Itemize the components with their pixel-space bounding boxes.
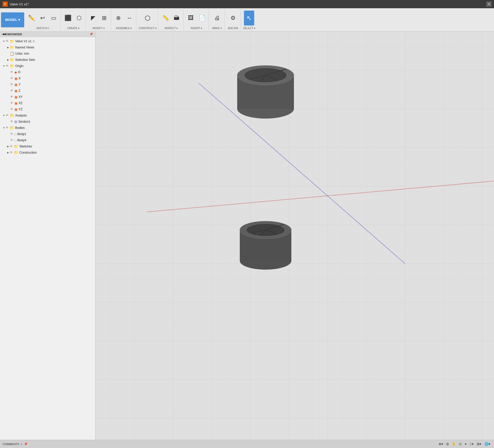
sketch-create-btn[interactable]: ✏️ — [26, 11, 37, 26]
bodies-eye-icon[interactable]: 👁 — [6, 126, 9, 130]
root-settings-icon[interactable]: ⚙ — [32, 40, 35, 43]
root-expand[interactable]: ▼ — [2, 39, 6, 43]
comments-pin-icon[interactable]: 📌 — [24, 442, 28, 446]
analysis-eye-icon[interactable]: 👁 — [6, 114, 9, 117]
body4-eye[interactable]: 👁 — [10, 138, 14, 142]
selection-sets-expand[interactable]: ▶ — [6, 58, 10, 62]
body1-eye[interactable]: 👁 — [10, 132, 14, 136]
inspect-display-btn[interactable]: 🏔 — [171, 11, 182, 26]
sketch-undo-btn[interactable]: ↩ — [37, 11, 48, 26]
env-btn[interactable]: 🌐▾ — [483, 442, 491, 446]
close-button[interactable]: ✕ — [486, 2, 491, 7]
copy-view-btn[interactable]: ⧉ — [445, 442, 450, 447]
combine-icon: ⊞ — [102, 15, 106, 21]
inspect-measure-btn[interactable]: 📏 — [160, 11, 171, 26]
browser-collapse-icon[interactable]: ◀◀ — [2, 32, 6, 36]
named-views-expand[interactable]: ▶ — [6, 46, 10, 49]
zoom-fit-btn[interactable]: ⊙ — [458, 442, 463, 446]
viewport-svg — [95, 31, 494, 440]
construction-folder-icon: 📁 — [14, 151, 18, 155]
construction-eye-icon[interactable]: 👁 — [10, 151, 13, 154]
comments-add-icon[interactable]: + — [21, 443, 22, 446]
bodies-item[interactable]: ▼ 👁 📁 Bodies — [0, 125, 95, 131]
section1-eye[interactable]: 👁 — [10, 120, 14, 123]
model-arrow: ▾ — [18, 18, 20, 22]
origin-xy-eye[interactable]: 👁 — [10, 95, 14, 99]
origin-o-label: O — [18, 70, 20, 74]
origin-yz-item[interactable]: 👁 ▣ YZ — [0, 106, 95, 112]
section1-icon: ⊞ — [14, 120, 17, 124]
analysis-expand[interactable]: ▼ — [2, 114, 6, 117]
origin-o-eye[interactable]: 👁 — [10, 70, 14, 74]
tree-root[interactable]: ▼ 👁 📁 Valve V1 v1 ⚙ — [0, 38, 95, 44]
body4-item[interactable]: 👁 □ Body4 — [0, 137, 95, 143]
origin-y-item[interactable]: 👁 ▣ Y — [0, 81, 95, 88]
sketches-eye-icon[interactable]: 👁 — [10, 145, 13, 148]
modify-combine-btn[interactable]: ⊞ — [99, 11, 109, 26]
create-box-btn[interactable]: ⬛ — [63, 11, 73, 26]
browser-pin-icon[interactable]: 📌 — [89, 32, 93, 36]
pan-btn[interactable]: ✋ — [451, 442, 457, 446]
toolbar-group-select: ↖ SELECT ▾ — [241, 9, 257, 30]
construction-item[interactable]: ▶ 👁 📁 Construction — [0, 150, 95, 156]
origin-xz-item[interactable]: 👁 ▣ XZ — [0, 100, 95, 106]
origin-xy-item[interactable]: 👁 ▣ XY — [0, 94, 95, 100]
body1-item[interactable]: 👁 □ Body1 — [0, 131, 95, 137]
named-views-item[interactable]: ▶ 📁 Named Views — [0, 44, 95, 51]
insert-image-btn[interactable]: 🖼 — [186, 11, 196, 26]
units-item[interactable]: 📋 Units: mm — [0, 51, 95, 57]
modify-group-label: MODIFY ▾ — [93, 27, 104, 30]
origin-eye-icon[interactable]: 👁 — [6, 64, 9, 68]
sketches-expand[interactable]: ▶ — [6, 145, 10, 148]
named-views-label: Named Views — [15, 46, 34, 49]
viewport[interactable] — [95, 31, 494, 440]
origin-z-item[interactable]: 👁 ▣ Z — [0, 88, 95, 94]
construct-group-label: CONSTRUCT ▾ — [138, 27, 157, 30]
assemble-group-label: ASSEMBLE ▾ — [116, 27, 132, 30]
make-3dprint-btn[interactable]: 🖨 — [212, 11, 222, 26]
body1-icon: □ — [14, 132, 17, 136]
construction-expand[interactable]: ▶ — [6, 151, 10, 154]
main-area: ◀◀ BROWSER 📌 ▼ 👁 📁 Valve V1 v1 ⚙ ▶ 📁 Nam… — [0, 31, 494, 440]
zoom-menu-btn[interactable]: ▾ — [464, 442, 468, 446]
fillet-icon: ◤ — [91, 15, 95, 21]
origin-o-item[interactable]: 👁 ◆ O — [0, 69, 95, 75]
selection-sets-label: Selection Sets — [15, 58, 35, 62]
origin-xz-eye[interactable]: 👁 — [10, 101, 14, 105]
origin-item[interactable]: ▼ 👁 📁 Origin — [0, 63, 95, 69]
origin-y-eye[interactable]: 👁 — [10, 83, 14, 86]
assemble-joint-btn[interactable]: ⊕ — [113, 11, 124, 26]
origin-x-label: X — [19, 77, 21, 80]
origin-x-item[interactable]: 👁 ▣ X — [0, 75, 95, 81]
origin-x-eye[interactable]: 👁 — [10, 77, 14, 80]
comments-section: COMMENTS + 📌 — [3, 442, 28, 446]
inspect-group-label: INSPECT ▾ — [164, 27, 178, 30]
insert-canvas-btn[interactable]: 📄 — [197, 11, 207, 26]
sketches-item[interactable]: ▶ 👁 📁 Sketches — [0, 143, 95, 150]
body4-icon: □ — [14, 138, 17, 142]
selection-sets-item[interactable]: ▶ 📁 Selection Sets — [0, 57, 95, 63]
sketch-rect-btn[interactable]: ▭ — [48, 11, 59, 26]
grid-btn[interactable]: ⊞▾ — [476, 442, 482, 446]
bodies-expand[interactable]: ▼ — [2, 126, 6, 130]
modify-fillet-btn[interactable]: ◤ — [88, 11, 98, 26]
toolbar-group-modify: ◤ ⊞ MODIFY ▾ — [86, 9, 111, 30]
select-btn[interactable]: ↖ — [244, 11, 254, 26]
assemble-move-btn[interactable]: ↔ — [124, 11, 135, 26]
browser-header: ◀◀ BROWSER 📌 — [0, 31, 95, 37]
addins-btn[interactable]: ⚙ — [228, 11, 238, 26]
construct-plane-btn[interactable]: ⬡ — [142, 11, 153, 26]
orbit-btn[interactable]: ⊕▾ — [438, 442, 444, 446]
origin-x-icon: ▣ — [14, 77, 18, 80]
origin-yz-eye[interactable]: 👁 — [10, 107, 14, 111]
model-button[interactable]: MODEL ▾ — [1, 12, 24, 27]
root-eye-icon[interactable]: 👁 — [6, 39, 9, 43]
analysis-item[interactable]: ▼ 👁 📁 Analysis — [0, 112, 95, 119]
create-sphere-btn[interactable]: ⬡ — [74, 11, 84, 26]
display-mode-btn[interactable]: □▾ — [469, 442, 475, 446]
origin-z-icon: ▣ — [14, 89, 18, 93]
origin-z-eye[interactable]: 👁 — [10, 89, 14, 93]
origin-expand[interactable]: ▼ — [2, 64, 6, 68]
sketches-label: Sketches — [19, 145, 32, 148]
section1-item[interactable]: 👁 ⊞ Section1 — [0, 119, 95, 125]
